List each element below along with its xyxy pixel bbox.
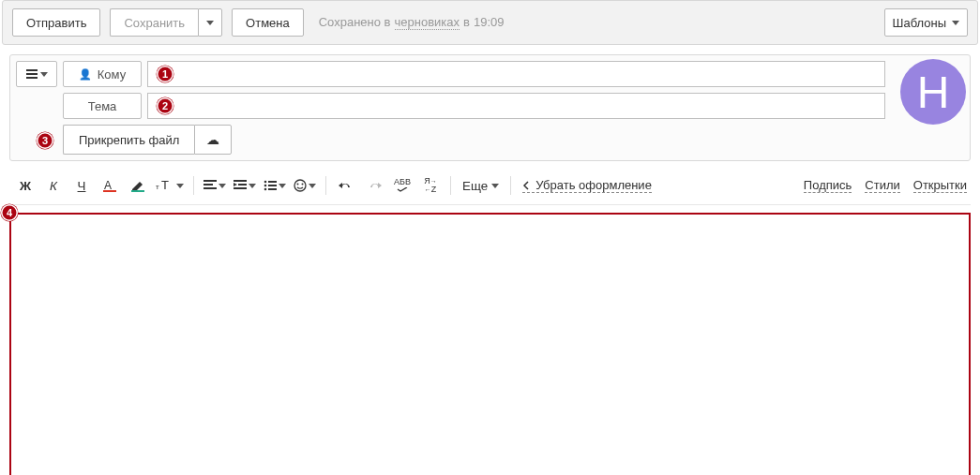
svg-rect-6 bbox=[204, 180, 217, 182]
text-color-icon: A bbox=[102, 178, 117, 193]
redo-icon bbox=[367, 180, 382, 191]
svg-text:т: т bbox=[156, 183, 159, 191]
attach-row: Прикрепить файл ☁ bbox=[63, 125, 964, 155]
save-status-prefix: Сохранено в bbox=[319, 15, 391, 29]
emoji-button[interactable] bbox=[292, 174, 318, 197]
to-label-text: Кому bbox=[98, 67, 126, 82]
subject-label-text: Тема bbox=[88, 99, 117, 113]
annotation-badge-1: 1 bbox=[157, 66, 173, 82]
clear-formatting-label: Убрать оформление bbox=[535, 178, 652, 192]
templates-button-group: Шаблоны bbox=[884, 8, 969, 37]
compose-header: Н 👤 Кому Тема Прикрепить файл ☁ 1 2 3 bbox=[9, 54, 971, 161]
svg-rect-14 bbox=[268, 181, 277, 183]
message-body-editor[interactable] bbox=[9, 213, 971, 475]
translit-icon: Я→ ←Z bbox=[424, 177, 437, 194]
save-button-group: Сохранить bbox=[110, 8, 222, 37]
indent-button[interactable] bbox=[232, 174, 258, 197]
separator bbox=[510, 176, 511, 195]
caret-down-icon bbox=[309, 184, 316, 188]
undo-button[interactable] bbox=[334, 174, 358, 197]
svg-rect-12 bbox=[234, 187, 247, 189]
editor-wrap: 4 bbox=[9, 213, 971, 475]
align-button[interactable] bbox=[202, 174, 228, 197]
svg-text:A: A bbox=[104, 179, 112, 192]
annotation-badge-2: 2 bbox=[157, 97, 173, 114]
translit-bottom: Z bbox=[431, 185, 437, 194]
font-size-icon: тТ bbox=[156, 178, 174, 193]
svg-rect-3 bbox=[131, 190, 144, 192]
save-button[interactable]: Сохранить bbox=[110, 8, 198, 37]
subject-input[interactable] bbox=[147, 93, 885, 119]
italic-button[interactable]: К bbox=[41, 174, 66, 197]
signature-link[interactable]: Подпись bbox=[804, 178, 852, 193]
annotation-badge-3: 3 bbox=[37, 132, 53, 149]
svg-text:Т: Т bbox=[161, 178, 169, 192]
svg-point-20 bbox=[297, 184, 299, 186]
svg-point-15 bbox=[264, 185, 267, 187]
indent-icon bbox=[234, 180, 247, 191]
caret-down-icon bbox=[491, 184, 499, 188]
redo-button[interactable] bbox=[362, 174, 386, 197]
send-button[interactable]: Отправить bbox=[12, 8, 100, 37]
save-status: Сохранено в черновиках в 19:09 bbox=[319, 15, 505, 30]
caret-down-icon bbox=[176, 184, 184, 188]
postcards-link[interactable]: Открытки bbox=[913, 178, 967, 193]
abv-label: АБВ bbox=[394, 177, 411, 186]
text-color-button[interactable]: A bbox=[98, 174, 122, 197]
right-links: Подпись Стили Открытки bbox=[804, 178, 967, 193]
svg-rect-18 bbox=[268, 188, 277, 190]
caret-down-icon bbox=[952, 21, 959, 25]
to-label-button[interactable]: 👤 Кому bbox=[63, 61, 142, 87]
svg-point-13 bbox=[264, 181, 267, 184]
save-status-time: 19:09 bbox=[474, 15, 505, 29]
save-dropdown-toggle[interactable] bbox=[198, 8, 222, 37]
svg-rect-1 bbox=[103, 190, 116, 192]
underline-button[interactable]: Ч bbox=[69, 174, 94, 197]
highlight-button[interactable] bbox=[126, 174, 150, 197]
svg-rect-7 bbox=[204, 184, 213, 186]
attach-file-button[interactable]: Прикрепить файл bbox=[63, 125, 194, 155]
clear-formatting-button[interactable]: Убрать оформление bbox=[522, 178, 652, 193]
translit-button[interactable]: Я→ ←Z bbox=[418, 174, 443, 197]
highlight-icon bbox=[130, 178, 145, 193]
cancel-button[interactable]: Отмена bbox=[232, 8, 304, 37]
subject-label-button[interactable]: Тема bbox=[63, 93, 142, 119]
caret-down-icon bbox=[206, 21, 214, 25]
separator bbox=[325, 176, 326, 195]
drafts-link[interactable]: черновиках bbox=[395, 15, 460, 30]
list-icon bbox=[264, 180, 277, 191]
top-toolbar: Отправить Сохранить Отмена Сохранено в ч… bbox=[2, 0, 978, 45]
hamburger-icon bbox=[26, 69, 38, 79]
templates-button[interactable]: Шаблоны bbox=[884, 8, 969, 37]
svg-rect-8 bbox=[204, 187, 217, 189]
svg-point-19 bbox=[294, 180, 306, 191]
more-button[interactable]: Еще bbox=[459, 174, 503, 197]
annotation-badge-4: 4 bbox=[1, 204, 18, 221]
compose-options-button[interactable] bbox=[16, 61, 57, 87]
bold-button[interactable]: Ж bbox=[13, 174, 38, 197]
attach-cloud-button[interactable]: ☁ bbox=[194, 125, 232, 155]
format-toolbar: Ж К Ч A тТ bbox=[9, 171, 971, 205]
cloud-icon: ☁ bbox=[206, 132, 219, 147]
person-icon: 👤 bbox=[79, 68, 92, 81]
caret-down-icon bbox=[279, 184, 286, 188]
caret-down-icon bbox=[219, 184, 226, 188]
list-button[interactable] bbox=[262, 174, 288, 197]
styles-link[interactable]: Стили bbox=[865, 178, 899, 193]
separator bbox=[450, 176, 451, 195]
svg-rect-16 bbox=[268, 185, 277, 186]
to-input[interactable] bbox=[147, 61, 885, 87]
caret-down-icon bbox=[40, 72, 48, 77]
spellcheck-button[interactable]: АБВ bbox=[390, 174, 415, 197]
save-status-mid: в bbox=[463, 15, 470, 29]
undo-icon bbox=[339, 180, 354, 191]
align-icon bbox=[204, 180, 217, 191]
svg-marker-11 bbox=[234, 183, 237, 186]
chevron-left-icon bbox=[522, 181, 530, 190]
svg-rect-10 bbox=[238, 184, 247, 186]
caret-down-icon bbox=[249, 184, 256, 188]
svg-rect-9 bbox=[234, 180, 247, 182]
smiley-icon bbox=[294, 179, 307, 192]
font-size-button[interactable]: тТ bbox=[154, 174, 186, 197]
more-label: Еще bbox=[462, 179, 488, 193]
